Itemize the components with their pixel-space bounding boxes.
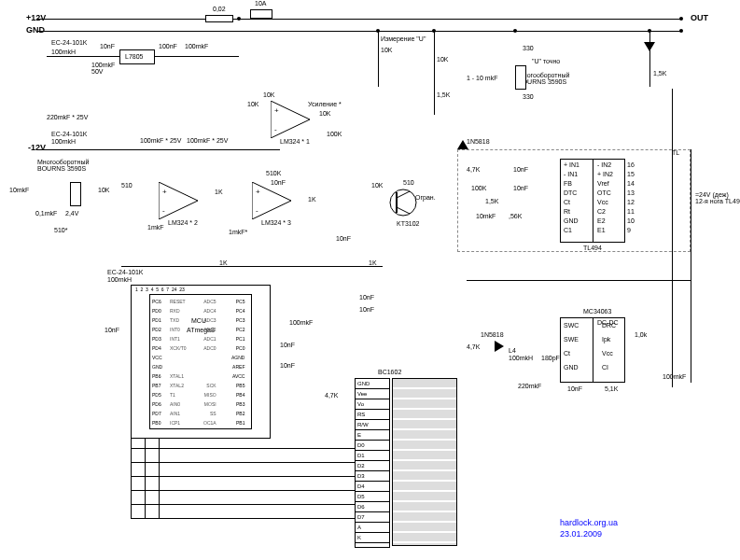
tl-c1: C1: [564, 227, 572, 233]
tl-pin16: 16: [627, 161, 635, 168]
shunt: [205, 15, 233, 22]
v-r018: 100K: [327, 131, 342, 137]
lcd-pin-d2: D2: [356, 461, 389, 471]
v-r054: 100mkF: [663, 373, 686, 380]
tl-vcc: Vcc: [597, 199, 608, 205]
label-gnd: GND: [26, 25, 45, 35]
n-gain: Усиление *: [308, 101, 342, 107]
v-r025: 1mkF: [147, 224, 164, 231]
pot-a-label: Многооборотный BOURNS 3590S: [37, 159, 89, 172]
label-12v: +12V: [26, 13, 46, 22]
v-r028: 10nF: [271, 179, 286, 186]
ind-l1: EC-24-101K: [51, 39, 88, 46]
mcu-alt-left: RESETRXDTXDINT0INT1XCK/T0 XTAL1XTAL2T1AI…: [170, 297, 187, 427]
tl-in2p: + IN2: [597, 171, 613, 177]
mcu-alt-right: ADC5ADC4ADC3ADC2ADC1ADC0 SCKMISOMOSISSOC…: [203, 297, 216, 427]
v-r013: 220mkF * 25V: [47, 114, 88, 120]
pot-a: [70, 182, 81, 206]
lcd-pin-rs: RS: [356, 410, 389, 420]
mcu-topnums: 1 2 3 4 5 6 7 24 23: [135, 287, 185, 292]
v-r029: 1mkF*: [229, 229, 247, 235]
dc-vcc: Vcc: [602, 350, 613, 357]
v-r046: 10nF: [280, 362, 295, 369]
tl-otc: OTC: [597, 189, 611, 196]
tl-pin15: 15: [627, 171, 635, 177]
n-meas-u: Измерение "U": [381, 35, 426, 42]
tl-pin11: 11: [627, 208, 635, 215]
tl-ct: Ct: [564, 199, 570, 205]
tl-pin10: 10: [627, 217, 635, 224]
tl-pin12: 12: [627, 199, 635, 205]
v-r053: 5,1K: [605, 385, 618, 392]
v-r004: 100mkF 50V: [91, 62, 115, 75]
v-r051: 220mkF: [518, 383, 541, 389]
lcd-pin-vee: Vee: [356, 389, 389, 399]
v-r040: 10nF: [513, 166, 528, 173]
tl-vref: Vref: [597, 180, 609, 187]
v-r031: 10K: [371, 182, 383, 189]
v-r015: 100mkF * 25V: [187, 137, 228, 144]
v-r024a: 510: [121, 182, 133, 189]
v-r027: 510K: [266, 170, 281, 176]
tl-gnd: GND: [564, 217, 579, 224]
v-r041: 1K: [219, 259, 228, 266]
rail-gnd: [37, 31, 681, 32]
tl-title: TL: [672, 149, 679, 156]
tl-rt: Rt: [564, 208, 570, 215]
lcd-pin-d7: D7: [356, 512, 389, 523]
n-utochno: "U" точно: [532, 58, 560, 64]
tl-in1p: + IN1: [564, 161, 579, 168]
tl-c2: C2: [597, 208, 606, 215]
v-r052: 10nF: [567, 385, 582, 392]
v-r036: 10nF: [513, 185, 528, 191]
v-r001: 10nF: [100, 43, 115, 49]
v-r035: 100K: [471, 185, 486, 191]
v-r007b: 10K: [437, 56, 448, 63]
svg-text:-: -: [274, 125, 277, 133]
v-r030: 1K: [308, 196, 316, 203]
v-r011: 1 - 10 mkF: [467, 75, 497, 81]
diode2-label: 1N5818: [481, 331, 504, 338]
svg-point-9: [390, 189, 416, 216]
tl-pin14: 14: [627, 180, 635, 187]
v-r034: 4,7K: [467, 166, 480, 173]
v-r019: 10K: [319, 110, 330, 117]
dc-gnd: GND: [564, 364, 579, 371]
led-icon: [644, 42, 655, 51]
v-r019b: 10K: [98, 187, 109, 193]
mcu-pins-left: PC6PD0PD1PD2PD3PD4VCCGNDPB6PB7PD5PD6PD7P…: [152, 297, 162, 427]
v-r003: 100mkF: [185, 43, 208, 49]
lcd-pin-d0: D0: [356, 441, 389, 451]
ind-l3v: 100mkH: [107, 276, 132, 283]
v-r049: 4,7K: [467, 343, 480, 350]
mcu-pins-right: PC5PC4PC3PC2PC1PC0AGNDAREFAVCCPB5PB4PB3P…: [231, 297, 244, 427]
tl-dtc: DTC: [564, 189, 577, 196]
lcd-pin-d4: D4: [356, 482, 389, 492]
tl-fb: FB: [564, 180, 572, 187]
v-r048: 4,7K: [325, 392, 338, 399]
opamp2-symbol: + -: [159, 182, 205, 219]
v-r022: 2,4V: [65, 210, 78, 217]
tl-pin9: 9: [627, 227, 631, 233]
lcd-pin-e: E: [356, 430, 389, 441]
v-r017: 10K: [247, 101, 258, 107]
v-r042: 10nF: [359, 294, 374, 301]
diode2-icon: [495, 341, 504, 352]
fuse: [250, 9, 272, 19]
lcd-pin-d6: D6: [356, 502, 389, 512]
v-r050: 180pF: [541, 355, 560, 361]
v-r007: 10K: [381, 47, 392, 53]
v-r002: 100nF: [159, 43, 177, 49]
val-fuse: 10A: [255, 0, 266, 7]
v-r009: 330: [523, 45, 534, 51]
lcd-pin-gnd: GND: [356, 379, 389, 389]
v-r047: 10nF: [105, 327, 119, 333]
lcd-pin-d3: D3: [356, 471, 389, 482]
svg-text:-: -: [162, 206, 165, 215]
ind-l2v: 100mkH: [51, 138, 76, 145]
v-r041b: 1K: [369, 259, 377, 266]
ind-l1v: 100mkH: [51, 49, 76, 55]
ind-l3: EC-24-101K: [107, 269, 144, 275]
v-r014: 100mkF * 25V: [140, 137, 181, 144]
transistor-symbol: [387, 187, 419, 218]
